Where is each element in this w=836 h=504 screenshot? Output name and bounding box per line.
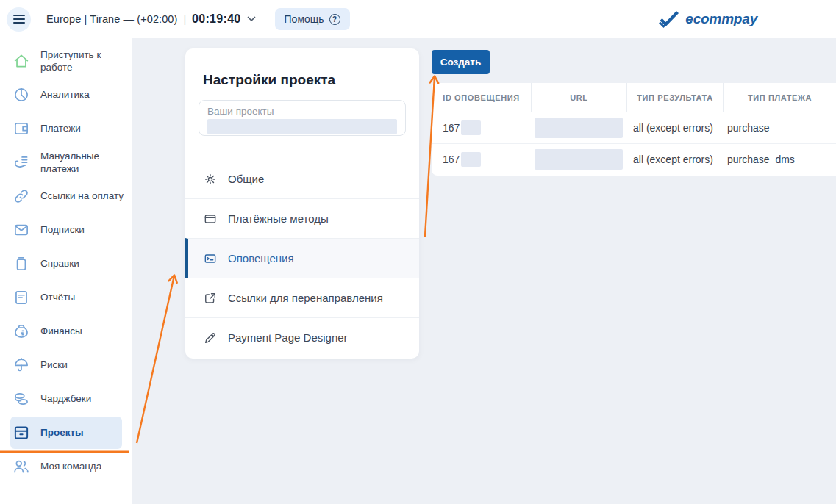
manual-payment-icon	[12, 153, 31, 172]
sidebar-item-payment-links[interactable]: Ссылки на оплату	[0, 179, 132, 213]
sidebar-item-label: Справки	[40, 257, 79, 270]
sidebar-item-label: Риски	[40, 359, 68, 371]
sidebar-item-label: Аналитика	[40, 88, 90, 101]
project-settings-menu: Общие Платёжные методы Оповещения Ссылки…	[185, 159, 419, 357]
table-row[interactable]: 167 all (except errors) purchase	[432, 112, 836, 143]
checkmark-icon	[658, 10, 680, 28]
sidebar-item-risks[interactable]: Риски	[0, 348, 132, 382]
timezone-label: Europe | Tirane — (+02:00)	[46, 13, 177, 25]
sidebar-item-certificates[interactable]: Справки	[0, 247, 132, 281]
timezone-selector[interactable]: Europe | Tirane — (+02:00) | 00:19:40	[46, 12, 256, 26]
wallet-icon	[12, 119, 31, 138]
callback-window-icon	[203, 251, 218, 266]
tab-payment-methods[interactable]: Платёжные методы	[185, 198, 419, 238]
project-select-label: Ваши проекты	[207, 106, 397, 117]
redacted-id-value	[461, 152, 481, 167]
tab-label: Оповещения	[228, 252, 294, 264]
cell-notification-id: 167	[432, 120, 531, 135]
cell-payment-type: purchase	[723, 122, 836, 134]
sidebar-item-reports[interactable]: Отчёты	[0, 281, 132, 314]
column-header-id: ID ОПОВЕЩЕНИЯ	[432, 83, 531, 112]
page-title: Настройки проекта	[185, 48, 419, 88]
sidebar-item-label: Подписки	[40, 223, 85, 236]
tab-payment-page-designer[interactable]: Payment Page Designer	[185, 317, 419, 357]
cell-url	[531, 118, 626, 138]
card-icon	[203, 212, 218, 226]
link-icon	[12, 187, 31, 206]
hamburger-icon	[13, 18, 25, 20]
column-header-url: URL	[531, 83, 626, 112]
table-row[interactable]: 167 all (except errors) purchase_dms	[432, 143, 836, 174]
cell-notification-id: 167	[432, 152, 531, 167]
archive-icon	[12, 423, 31, 442]
sidebar-item-projects[interactable]: Проекты	[0, 416, 132, 450]
cell-result-type: all (except errors)	[626, 122, 723, 134]
topbar: Europe | Tirane — (+02:00) | 00:19:40 По…	[0, 0, 836, 38]
question-icon: ?	[329, 14, 340, 25]
ecommpay-logo: ecommpay	[658, 10, 757, 28]
separator: |	[183, 13, 186, 25]
redacted-url-value	[535, 118, 623, 138]
sidebar-item-label: Мануальные платежи	[40, 150, 129, 176]
tab-label: Ссылки для перенаправления	[228, 292, 383, 304]
sidebar-item-label: Моя команда	[40, 460, 101, 472]
cell-result-type: all (except errors)	[626, 154, 723, 165]
redacted-id-value	[461, 120, 481, 135]
gear-icon	[203, 172, 218, 187]
clock: 00:19:40	[192, 12, 240, 26]
help-label: Помощь	[285, 13, 324, 25]
sidebar-item-my-team[interactable]: Моя команда	[0, 450, 132, 483]
tab-redirect-links[interactable]: Ссылки для перенаправления	[185, 278, 419, 317]
column-header-payment-type: ТИП ПЛАТЕЖА	[723, 83, 836, 112]
sidebar-item-label: Проекты	[40, 426, 84, 439]
cell-payment-type: purchase_dms	[723, 154, 836, 165]
notifications-table: ID ОПОВЕЩЕНИЯ URL ТИП РЕЗУЛЬТАТА ТИП ПЛА…	[432, 83, 836, 176]
home-icon	[12, 51, 31, 71]
sidebar-item-analytics[interactable]: Аналитика	[0, 78, 132, 112]
tab-label: Payment Page Designer	[228, 331, 348, 344]
sidebar-item-label: Приступить к работе	[40, 48, 129, 74]
redacted-project-value	[207, 119, 397, 134]
project-settings-card: Настройки проекта Ваши проекты Общие Пла…	[185, 48, 419, 359]
coins-icon	[12, 389, 31, 408]
create-button[interactable]: Создать	[432, 50, 490, 74]
money-bag-icon	[12, 322, 31, 341]
sidebar-item-get-started[interactable]: Приступить к работе	[0, 44, 132, 78]
menu-toggle-button[interactable]	[7, 7, 31, 32]
sidebar-item-chargebacks[interactable]: Чарджбеки	[0, 382, 132, 416]
tab-label: Общие	[228, 173, 264, 185]
team-icon	[12, 457, 31, 476]
document-icon	[12, 254, 31, 273]
sidebar: Приступить к работе Аналитика Платежи Ма…	[0, 38, 132, 504]
table-header-row: ID ОПОВЕЩЕНИЯ URL ТИП РЕЗУЛЬТАТА ТИП ПЛА…	[432, 83, 836, 112]
chevron-down-icon	[247, 16, 256, 22]
sidebar-item-payments[interactable]: Платежи	[0, 112, 132, 145]
project-select[interactable]: Ваши проекты	[199, 100, 406, 136]
pie-chart-icon	[12, 85, 31, 104]
brand-name: ecommpay	[685, 11, 757, 27]
envelope-icon	[12, 220, 31, 240]
sidebar-item-label: Отчёты	[40, 291, 75, 303]
tab-label: Платёжные методы	[228, 212, 329, 225]
column-header-result-type: ТИП РЕЗУЛЬТАТА	[626, 83, 723, 112]
main-content: Настройки проекта Ваши проекты Общие Пла…	[132, 38, 836, 504]
sidebar-item-label: Ссылки на оплату	[40, 190, 124, 202]
sidebar-item-label: Платежи	[40, 122, 81, 134]
umbrella-icon	[12, 356, 31, 375]
sidebar-item-manual-payments[interactable]: Мануальные платежи	[0, 145, 132, 179]
sidebar-item-finance[interactable]: Финансы	[0, 314, 132, 348]
sidebar-item-subscriptions[interactable]: Подписки	[0, 213, 132, 247]
pen-icon	[203, 331, 218, 345]
help-button[interactable]: Помощь ?	[275, 8, 350, 30]
cell-url	[531, 149, 626, 170]
report-icon	[12, 288, 31, 307]
redacted-url-value	[535, 149, 623, 170]
sidebar-item-label: Чарджбеки	[40, 392, 91, 405]
external-link-icon	[203, 291, 218, 306]
sidebar-item-label: Финансы	[40, 325, 82, 337]
tab-notifications[interactable]: Оповещения	[185, 238, 419, 278]
tab-general[interactable]: Общие	[185, 159, 419, 198]
